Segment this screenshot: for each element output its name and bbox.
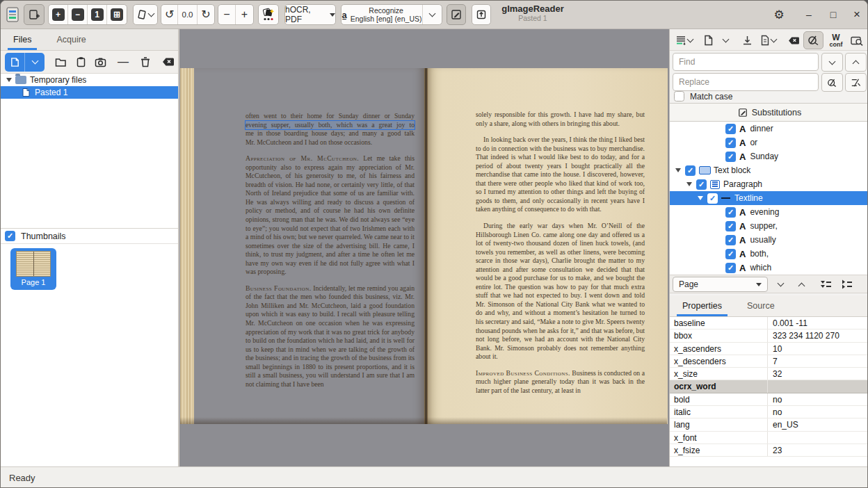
property-row-x_descenders[interactable]: x_descenders7	[670, 355, 868, 368]
replace-button[interactable]	[821, 73, 843, 92]
file-tree-root[interactable]: Temporary files	[1, 74, 178, 86]
item-checkbox[interactable]: ✓	[725, 249, 736, 259]
item-checkbox[interactable]: ✓	[725, 235, 736, 245]
find-prev-button[interactable]	[845, 53, 867, 72]
hocr-tree-item-evening[interactable]: ✓Aevening	[670, 205, 868, 219]
zoom-out-button[interactable]: −	[68, 5, 88, 24]
screenshot-button[interactable]	[91, 53, 111, 71]
layout-detection-button[interactable]	[258, 4, 279, 25]
remove-page-button[interactable]: —	[113, 53, 133, 71]
item-checkbox[interactable]: ✓	[696, 179, 707, 190]
show-confidence-button[interactable]: W conf	[827, 31, 845, 49]
hocr-tree-item-or[interactable]: ✓Aor	[670, 136, 868, 149]
selected-textline[interactable]: evening supper, usually both, which was …	[246, 121, 415, 130]
hocr-tree-item-both[interactable]: ✓Aboth,	[670, 247, 868, 261]
property-row-x_fsize[interactable]: x_fsize23	[670, 444, 868, 457]
import-button[interactable]	[738, 31, 756, 49]
item-checkbox[interactable]: ✓	[725, 263, 736, 273]
tab-acquire[interactable]: Acquire	[44, 29, 98, 50]
recognize-dropdown[interactable]	[423, 5, 442, 24]
collapse-all-button[interactable]	[838, 277, 856, 292]
clear-button[interactable]	[159, 53, 178, 71]
thumbnail-page-1[interactable]: Page 1	[10, 248, 56, 290]
hocr-tree-item-which[interactable]: ✓Awhich	[670, 261, 868, 275]
edit-output-button[interactable]	[447, 4, 466, 25]
file-tree-item[interactable]: Pasted 1	[1, 86, 178, 99]
expander-icon[interactable]	[686, 182, 692, 186]
insert-mode-dropdown[interactable]	[672, 31, 696, 49]
expander-icon[interactable]	[675, 168, 681, 172]
item-checkbox[interactable]: ✓	[707, 193, 718, 204]
property-row-lang[interactable]: langen_US	[670, 418, 868, 431]
zoom-in-button[interactable]: +	[49, 5, 68, 24]
item-checkbox[interactable]: ✓	[725, 124, 736, 134]
recognize-split-button: a̠ Recognize English [eng] (en_US)	[341, 4, 442, 25]
hocr-tree-item-paragraph[interactable]: ✓Paragraph	[670, 177, 868, 191]
expand-all-icon	[819, 279, 833, 290]
hocr-tree-item-textblock[interactable]: ✓Text block	[670, 163, 868, 177]
toggle-pane-button[interactable]	[24, 4, 45, 25]
match-case-row[interactable]: Match case	[674, 91, 732, 101]
rotation-value[interactable]: 0.0	[178, 5, 197, 24]
maximize-button[interactable]: □	[823, 4, 843, 25]
replace-all-button[interactable]	[845, 73, 867, 92]
find-next-button[interactable]	[821, 53, 843, 72]
zoom-original-button[interactable]: 1	[88, 5, 107, 24]
open-folder-button[interactable]	[51, 53, 71, 71]
expander-icon[interactable]	[6, 78, 12, 82]
tab-source[interactable]: Source	[734, 295, 787, 316]
item-checkbox[interactable]: ✓	[725, 221, 736, 231]
minimize-button[interactable]: –	[799, 4, 819, 25]
property-row-baseline[interactable]: baseline0.001 -11	[670, 317, 868, 330]
rotate-mode-dropdown[interactable]	[133, 4, 158, 25]
recognize-button[interactable]: a̠ Recognize English [eng] (en_US)	[341, 5, 423, 24]
property-row-ocrx_word[interactable]: ocrx_word	[670, 380, 868, 393]
rotate-left-button[interactable]: ↺	[161, 5, 178, 24]
property-row-x_ascenders[interactable]: x_ascenders10	[670, 343, 868, 355]
hocr-tree-item-dinner[interactable]: ✓Adinner	[670, 122, 868, 136]
substitutions-button[interactable]: Substitutions	[670, 103, 868, 122]
find-replace-toggle[interactable]	[803, 31, 823, 49]
expand-all-button[interactable]	[817, 277, 835, 292]
expander-icon[interactable]	[698, 196, 703, 200]
prev-page-button[interactable]	[792, 277, 810, 292]
item-checkbox[interactable]: ✓	[725, 152, 736, 162]
open-hocr-button[interactable]	[699, 31, 717, 49]
delete-button[interactable]	[136, 53, 155, 71]
tab-files[interactable]: Files	[1, 29, 44, 50]
hocr-tree-item-textline[interactable]: ✓Textline	[670, 191, 868, 205]
property-row-italic[interactable]: italicno	[670, 406, 868, 418]
close-button[interactable]: ×	[847, 4, 867, 25]
output-mode-dropdown[interactable]: hOCR, PDF	[284, 4, 336, 25]
next-page-button[interactable]	[771, 277, 789, 292]
find-input[interactable]	[673, 53, 819, 71]
property-row-bbox[interactable]: bbox323 234 1120 270	[670, 330, 868, 342]
open-hocr-dropdown[interactable]	[718, 31, 732, 49]
clear-output-button[interactable]	[785, 31, 803, 49]
hocr-tree-item-supper[interactable]: ✓Asupper,	[670, 219, 868, 233]
replace-input[interactable]	[673, 73, 819, 91]
document-canvas[interactable]: often went to their home for Sunday dinn…	[179, 29, 669, 466]
property-row-x_size[interactable]: x_size32	[670, 368, 868, 380]
decrease-button[interactable]: −	[218, 5, 236, 24]
tab-properties[interactable]: Properties	[670, 295, 734, 316]
rotate-right-button[interactable]: ↻	[198, 5, 214, 24]
paste-button[interactable]	[71, 53, 90, 71]
property-row-bold[interactable]: boldno	[670, 393, 868, 406]
property-row-x_font[interactable]: x_font	[670, 432, 868, 444]
zoom-to-word-button[interactable]	[848, 31, 866, 49]
hocr-tree-item-sunday[interactable]: ✓ASunday	[670, 149, 868, 163]
item-checkbox[interactable]: ✓	[685, 165, 696, 176]
save-hocr-dropdown[interactable]	[756, 31, 780, 49]
increase-button[interactable]: +	[236, 5, 253, 24]
page-selector[interactable]: Page	[673, 277, 768, 292]
hocr-tree-item-usually[interactable]: ✓Ausually	[670, 233, 868, 247]
item-checkbox[interactable]: ✓	[725, 207, 736, 218]
settings-button[interactable]: ⚙	[769, 4, 789, 25]
add-images-dropdown[interactable]	[25, 53, 44, 72]
item-checkbox[interactable]: ✓	[725, 138, 736, 148]
zoom-fit-button[interactable]: ⊞	[107, 5, 127, 24]
thumbnails-checkbox[interactable]: ✓	[5, 231, 15, 241]
match-case-checkbox[interactable]	[674, 91, 684, 101]
add-images-button[interactable]	[5, 53, 25, 72]
